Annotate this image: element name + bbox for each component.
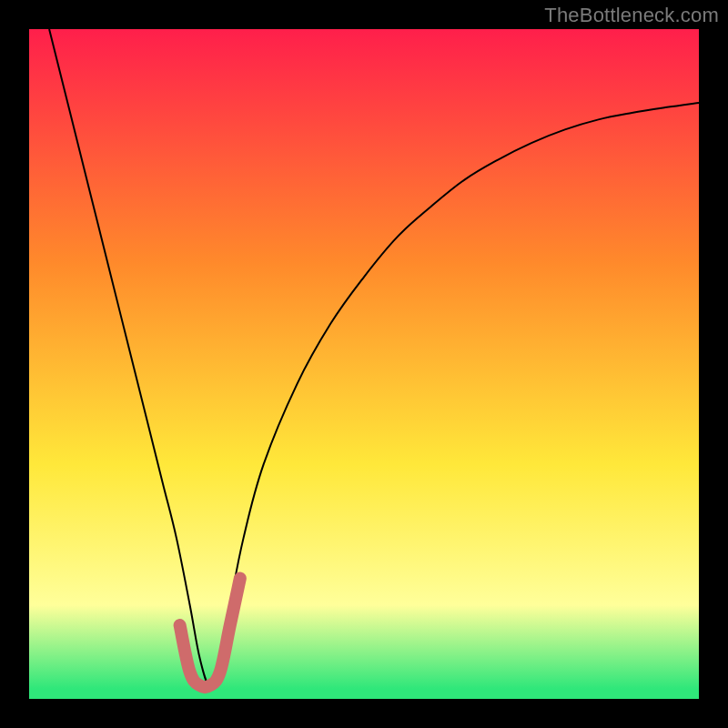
- watermark-text: TheBottleneck.com: [544, 4, 719, 27]
- svg-rect-0: [29, 29, 699, 699]
- chart-frame: TheBottleneck.com: [0, 0, 728, 728]
- chart-svg: [29, 29, 699, 699]
- plot-area: [29, 29, 699, 699]
